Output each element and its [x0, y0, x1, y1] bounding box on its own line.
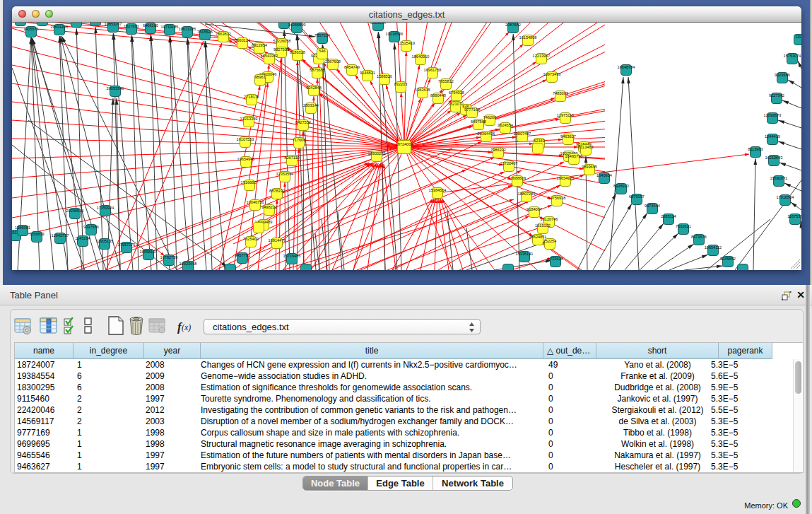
svg-text:19654945: 19654945 — [237, 157, 255, 161]
svg-text:12905135: 12905135 — [96, 239, 114, 243]
svg-text:15384554: 15384554 — [429, 188, 447, 192]
svg-text:16961758: 16961758 — [424, 68, 442, 72]
svg-text:9329966: 9329966 — [775, 73, 790, 77]
svg-text:10671385: 10671385 — [179, 27, 196, 31]
svg-text:15136141: 15136141 — [516, 252, 534, 256]
svg-text:20691406: 20691406 — [51, 25, 69, 29]
svg-text:15751074: 15751074 — [784, 54, 801, 58]
svg-text:16210643: 16210643 — [765, 156, 783, 160]
svg-text:20364436: 20364436 — [478, 132, 495, 136]
svg-text:8427552: 8427552 — [295, 120, 311, 124]
svg-text:19218506: 19218506 — [386, 32, 404, 36]
svg-text:12213967: 12213967 — [533, 54, 551, 58]
svg-text:19756928: 19756928 — [548, 196, 566, 200]
svg-text:12975115: 12975115 — [557, 113, 574, 117]
svg-text:8878332: 8878332 — [269, 189, 285, 193]
svg-text:15720407: 15720407 — [500, 161, 518, 165]
svg-text:1405571: 1405571 — [23, 27, 39, 31]
svg-text:9184067: 9184067 — [526, 207, 542, 211]
svg-text:8660124: 8660124 — [235, 38, 250, 42]
svg-text:7986322: 7986322 — [490, 148, 506, 152]
svg-text:8912954: 8912954 — [252, 43, 267, 47]
svg-text:1362615: 1362615 — [415, 88, 430, 92]
svg-text:10807487: 10807487 — [514, 132, 531, 136]
svg-text:10853267: 10853267 — [105, 23, 122, 26]
svg-text:10654112: 10654112 — [705, 245, 722, 250]
svg-text:(x): (x) — [182, 322, 191, 332]
svg-text:15692971: 15692971 — [770, 176, 788, 180]
svg-text:20053346: 20053346 — [107, 86, 124, 90]
svg-text:2087682: 2087682 — [505, 23, 521, 27]
svg-text:53226058: 53226058 — [273, 39, 291, 43]
svg-text:16055809: 16055809 — [288, 23, 306, 27]
svg-text:1640954: 1640954 — [596, 173, 612, 177]
svg-text:717006: 717006 — [293, 138, 306, 142]
svg-text:10688609: 10688609 — [509, 176, 526, 180]
svg-text:9397586: 9397586 — [83, 225, 99, 229]
svg-text:17359924: 17359924 — [97, 206, 114, 210]
svg-text:6794028: 6794028 — [449, 90, 464, 95]
svg-text:3624554: 3624554 — [498, 123, 513, 127]
svg-text:10046756: 10046756 — [247, 200, 264, 204]
svg-text:2718176: 2718176 — [244, 95, 259, 99]
svg-text:1156819: 1156819 — [29, 232, 44, 236]
svg-text:15716485: 15716485 — [283, 254, 301, 258]
svg-text:8813054: 8813054 — [370, 23, 386, 25]
svg-text:8113463: 8113463 — [578, 145, 593, 149]
svg-text:2967608: 2967608 — [325, 59, 341, 64]
svg-text:6466160: 6466160 — [143, 23, 158, 28]
svg-text:7632621: 7632621 — [676, 224, 691, 228]
svg-text:10973493: 10973493 — [543, 72, 561, 76]
svg-text:8454749: 8454749 — [344, 65, 360, 69]
svg-text:9899695: 9899695 — [582, 165, 597, 169]
svg-text:5875685: 5875685 — [310, 68, 325, 72]
svg-text:9827505: 9827505 — [273, 47, 289, 52]
svg-text:12093873: 12093873 — [764, 113, 782, 117]
svg-text:7625402: 7625402 — [243, 237, 259, 241]
svg-text:1167533: 1167533 — [787, 214, 801, 218]
svg-text:12353594: 12353594 — [276, 172, 294, 176]
svg-text:8186328: 8186328 — [290, 50, 305, 54]
svg-text:9242848: 9242848 — [306, 86, 322, 90]
svg-text:11525419: 11525419 — [398, 41, 415, 45]
svg-text:10958107: 10958107 — [140, 250, 158, 254]
svg-text:9245652: 9245652 — [720, 257, 736, 261]
svg-text:62160: 62160 — [534, 139, 545, 143]
svg-text:12942737: 12942737 — [52, 233, 69, 238]
svg-text:8471676: 8471676 — [691, 235, 707, 239]
svg-text:9474444: 9474444 — [645, 204, 660, 208]
svg-text:9457791: 9457791 — [235, 253, 250, 257]
svg-text:18724007: 18724007 — [396, 142, 413, 146]
svg-text:16107553: 16107553 — [237, 137, 254, 141]
svg-text:1733426: 1733426 — [548, 257, 563, 261]
svg-text:3498222: 3498222 — [261, 205, 277, 209]
svg-text:1145194: 1145194 — [75, 236, 90, 240]
svg-text:7515526: 7515526 — [197, 30, 213, 34]
svg-text:2935114: 2935114 — [661, 214, 676, 218]
svg-text:252254: 252254 — [543, 239, 557, 243]
svg-text:1112: 1112 — [795, 35, 801, 39]
svg-text:16782759: 16782759 — [160, 255, 178, 259]
svg-text:8990448: 8990448 — [430, 93, 446, 98]
svg-text:7857224: 7857224 — [314, 33, 330, 37]
svg-text:18640910: 18640910 — [412, 54, 430, 59]
svg-text:7485063: 7485063 — [553, 91, 568, 95]
svg-text:98961: 98961 — [254, 75, 266, 79]
svg-text:6497568: 6497568 — [471, 119, 486, 124]
svg-text:18300295: 18300295 — [368, 151, 386, 156]
svg-text:17016504: 17016504 — [777, 195, 794, 199]
svg-text:9777169: 9777169 — [464, 107, 480, 112]
svg-text:9463627: 9463627 — [560, 134, 576, 139]
svg-text:18807249: 18807249 — [518, 192, 536, 196]
svg-text:10719185: 10719185 — [161, 25, 179, 29]
svg-text:12923448: 12923448 — [180, 262, 197, 266]
svg-text:1244419: 1244419 — [765, 134, 780, 139]
svg-text:16154808: 16154808 — [519, 35, 537, 40]
svg-text:1588520: 1588520 — [377, 74, 392, 78]
svg-text:7955812: 7955812 — [438, 79, 454, 83]
svg-text:19654923: 19654923 — [557, 176, 575, 180]
svg-text:17957275: 17957275 — [118, 243, 136, 247]
svg-text:8267110: 8267110 — [284, 156, 299, 160]
svg-text:832203: 832203 — [394, 82, 408, 86]
svg-text:546: 546 — [319, 49, 325, 53]
